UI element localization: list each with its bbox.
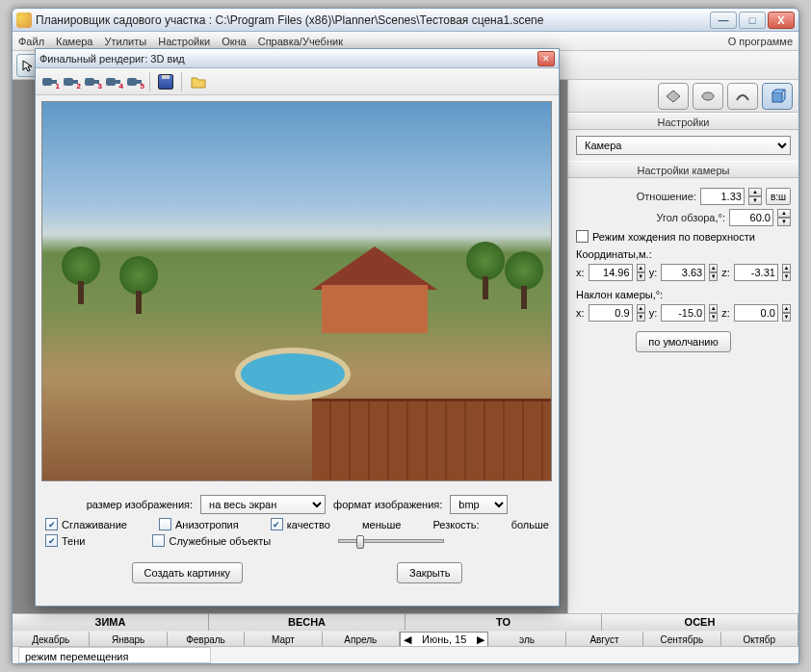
month[interactable]: Январь: [90, 632, 167, 648]
month[interactable]: Апрель: [323, 632, 400, 648]
right-panel: Настройки Камера Настройки камеры Отноше…: [567, 80, 798, 663]
date-control[interactable]: ◀ Июнь, 15 ▶: [400, 632, 488, 648]
date-value: Июнь, 15: [414, 633, 474, 645]
menu-about[interactable]: О программе: [728, 36, 793, 47]
quality-checkbox[interactable]: ✔: [271, 518, 283, 530]
tilt-z[interactable]: [734, 304, 778, 322]
svg-point-2: [702, 92, 714, 100]
view-mode-2[interactable]: [693, 83, 723, 110]
timeline: ЗИМА ВЕСНА ТО ОСЕН Декабрь Январь Феврал…: [13, 613, 798, 646]
close-button[interactable]: X: [768, 12, 795, 29]
menu-help[interactable]: Справка/Учебник: [258, 36, 343, 47]
season-winter[interactable]: ЗИМА: [13, 614, 209, 631]
settings-header: Настройки: [568, 113, 798, 130]
coords-label: Координаты,м.:: [576, 248, 791, 260]
dialog-titlebar[interactable]: Финальный рендериг: 3D вид ✕: [36, 49, 559, 68]
menu-settings[interactable]: Настройки: [158, 36, 210, 47]
menu-windows[interactable]: Окна: [222, 36, 247, 47]
camera-3-icon[interactable]: 3: [84, 75, 99, 89]
shadows-checkbox[interactable]: ✔: [45, 534, 58, 547]
status-text: режим перемещения: [18, 647, 211, 663]
folder-icon[interactable]: [190, 74, 207, 90]
camera-2-icon[interactable]: 2: [63, 75, 78, 89]
dialog-close-btn[interactable]: Закрыть: [397, 562, 462, 583]
menu-file[interactable]: Файл: [18, 36, 44, 47]
imgfmt-label: формат изображения:: [333, 499, 442, 510]
create-image-button[interactable]: Создать картинку: [132, 562, 244, 583]
month[interactable]: Февраль: [168, 632, 245, 648]
svg-marker-1: [667, 90, 680, 102]
tilt-y[interactable]: [661, 304, 705, 322]
imgsize-label: размер изображения:: [87, 499, 193, 510]
render-preview: [41, 101, 552, 481]
camera-settings-header: Настройки камеры: [568, 161, 798, 178]
dialog-toolbar: 1 2 3 4 5: [36, 68, 559, 95]
fov-label: Угол обзора,°:: [576, 212, 725, 223]
month[interactable]: эль: [488, 632, 565, 648]
walk-label: Режим хождения по поверхности: [592, 231, 755, 243]
fov-spinner[interactable]: ▲▼: [777, 209, 791, 226]
fov-input[interactable]: [729, 209, 773, 226]
camera-select[interactable]: Камера: [576, 136, 791, 155]
coord-z[interactable]: [734, 264, 778, 281]
date-prev[interactable]: ◀: [401, 633, 414, 646]
ratio-label: Отношение:: [576, 191, 696, 202]
month[interactable]: Март: [245, 632, 322, 648]
season-autumn[interactable]: ОСЕН: [602, 614, 798, 631]
imgfmt-select[interactable]: bmp: [450, 495, 508, 514]
camera-1-icon[interactable]: 1: [41, 75, 57, 89]
month[interactable]: Декабрь: [13, 632, 90, 648]
menu-utils[interactable]: Утилиты: [105, 36, 147, 47]
view-mode-3[interactable]: [727, 83, 758, 110]
app-icon: [16, 13, 32, 28]
ratio-mode-button[interactable]: в:ш: [766, 188, 791, 205]
tilt-x[interactable]: [589, 304, 633, 322]
serviceobj-checkbox[interactable]: [152, 534, 165, 547]
ratio-input[interactable]: [700, 188, 745, 205]
dialog-close-button[interactable]: ✕: [537, 51, 555, 66]
dialog-title: Финальный рендериг: 3D вид: [39, 53, 537, 65]
titlebar[interactable]: Планировщик садового участка : C:\Progra…: [13, 9, 798, 32]
window-title: Планировщик садового участка : C:\Progra…: [36, 13, 710, 27]
camera-4-icon[interactable]: 4: [105, 75, 120, 89]
right-toolbar: [568, 80, 798, 113]
tilt-label: Наклон камеры,°:: [576, 289, 791, 300]
month[interactable]: Август: [566, 632, 643, 648]
season-summer[interactable]: ТО: [406, 614, 602, 631]
view-mode-cube[interactable]: [762, 83, 793, 110]
svg-rect-3: [772, 92, 782, 102]
month[interactable]: Октябр: [721, 632, 798, 648]
aniso-checkbox[interactable]: [159, 518, 171, 530]
imgsize-select[interactable]: на весь экран: [200, 495, 326, 514]
save-icon[interactable]: [158, 74, 173, 90]
coord-x[interactable]: [589, 264, 633, 281]
render-dialog: Финальный рендериг: 3D вид ✕ 1 2 3 4 5 р…: [35, 48, 560, 607]
date-next[interactable]: ▶: [474, 633, 487, 646]
coord-y[interactable]: [661, 264, 705, 281]
walk-checkbox[interactable]: [576, 230, 589, 243]
default-button[interactable]: по умолчанию: [636, 331, 730, 352]
sharpness-slider[interactable]: [338, 539, 444, 543]
smoothing-checkbox[interactable]: ✔: [45, 518, 58, 530]
view-mode-1[interactable]: [658, 83, 689, 110]
ratio-spinner[interactable]: ▲▼: [748, 188, 762, 205]
month[interactable]: Сентябрь: [643, 632, 720, 648]
maximize-button[interactable]: □: [739, 12, 766, 29]
camera-5-icon[interactable]: 5: [126, 75, 142, 89]
menu-camera[interactable]: Камера: [56, 36, 92, 47]
statusbar: режим перемещения: [13, 646, 798, 663]
season-spring[interactable]: ВЕСНА: [209, 614, 406, 631]
minimize-button[interactable]: —: [710, 12, 737, 29]
